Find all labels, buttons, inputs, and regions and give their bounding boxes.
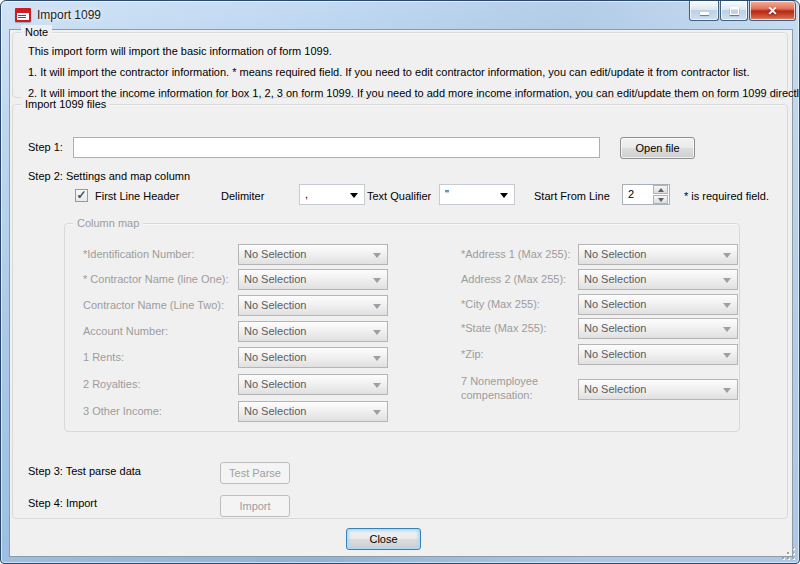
chevron-down-icon <box>373 383 381 388</box>
combo-value: No Selection <box>244 299 306 311</box>
caption-buttons: ✕ <box>689 1 796 21</box>
title-bar[interactable]: Import 1099 ✕ <box>1 1 799 29</box>
royalties-combobox[interactable]: No Selection <box>238 374 388 395</box>
maximize-icon <box>730 7 739 15</box>
delimiter-combobox[interactable]: , <box>299 184 365 205</box>
note-line-2: 1. It will import the contractor informa… <box>28 66 749 79</box>
note-groupbox: Note This import form will import the ba… <box>12 32 788 98</box>
close-icon: ✕ <box>767 5 777 17</box>
contractor-name-one-combobox[interactable]: No Selection <box>238 269 388 290</box>
combo-value: No Selection <box>244 378 306 390</box>
chevron-down-icon <box>500 193 508 198</box>
import-files-groupbox: Import 1099 files Step 1: Open file Step… <box>12 104 788 519</box>
text-qualifier-value: " <box>445 188 449 200</box>
resize-grip[interactable] <box>782 547 795 560</box>
chevron-down-icon <box>723 303 731 308</box>
close-window-button[interactable]: ✕ <box>749 1 796 21</box>
chevron-down-icon <box>373 253 381 258</box>
field-label: *State (Max 255): <box>461 322 547 335</box>
note-line-3: 2. It will import the income information… <box>28 87 800 100</box>
field-label: Address 2 (Max 255): <box>461 273 566 286</box>
chevron-down-icon <box>723 353 731 358</box>
stepper-up-button[interactable] <box>653 185 668 194</box>
field-label: 2 Royalties: <box>83 378 140 391</box>
column-map-title: Column map <box>73 216 143 230</box>
close-button[interactable]: Close <box>346 528 421 550</box>
note-line-1: This import form will import the basic i… <box>28 45 332 58</box>
account-number-combobox[interactable]: No Selection <box>238 321 388 342</box>
combo-value: No Selection <box>584 383 646 395</box>
city-combobox[interactable]: No Selection <box>578 294 738 315</box>
import-1099-dialog: Import 1099 ✕ Note This import form will… <box>0 0 800 564</box>
column-map-groupbox: Column map *Identification Number: No Se… <box>64 223 740 432</box>
step3-label: Step 3: Test parse data <box>28 465 141 478</box>
nonemployee-compensation-combobox[interactable]: No Selection <box>578 379 738 400</box>
field-label: Contractor Name (Line Two): <box>83 299 224 312</box>
combo-value: No Selection <box>244 273 306 285</box>
import-group-title: Import 1099 files <box>21 97 110 111</box>
identification-number-combobox[interactable]: No Selection <box>238 244 388 265</box>
chevron-down-icon <box>723 278 731 283</box>
field-label: *Address 1 (Max 255): <box>461 248 570 261</box>
step4-label: Step 4: Import <box>28 497 97 510</box>
window-title: Import 1099 <box>37 8 101 22</box>
combo-value: No Selection <box>584 322 646 334</box>
state-combobox[interactable]: No Selection <box>578 318 738 339</box>
address1-combobox[interactable]: No Selection <box>578 244 738 265</box>
start-from-line-value: 2 <box>628 188 634 200</box>
chevron-down-icon <box>723 327 731 332</box>
text-qualifier-label: Text Qualifier <box>367 190 431 203</box>
delimiter-value: , <box>305 188 308 200</box>
chevron-down-icon <box>723 253 731 258</box>
chevron-down-icon <box>350 193 358 198</box>
maximize-button[interactable] <box>720 1 748 21</box>
field-label: 7 Nonemployee compensation: <box>461 374 573 402</box>
contractor-name-two-combobox[interactable]: No Selection <box>238 295 388 316</box>
combo-value: No Selection <box>244 248 306 260</box>
minimize-button[interactable] <box>689 1 719 21</box>
chevron-down-icon <box>373 410 381 415</box>
combo-value: No Selection <box>244 351 306 363</box>
combo-value: No Selection <box>584 298 646 310</box>
field-label: *Zip: <box>461 348 484 361</box>
chevron-down-icon <box>373 356 381 361</box>
start-from-line-stepper[interactable]: 2 <box>622 184 670 205</box>
text-qualifier-combobox[interactable]: " <box>439 184 515 205</box>
delimiter-label: Delimiter <box>221 190 264 203</box>
field-label: 1 Rents: <box>83 351 124 364</box>
file-path-input[interactable] <box>73 137 600 158</box>
zip-combobox[interactable]: No Selection <box>578 344 738 365</box>
field-label: 3 Other Income: <box>83 405 162 418</box>
chevron-down-icon <box>373 330 381 335</box>
start-from-line-label: Start From Line <box>534 190 610 203</box>
chevron-down-icon <box>723 388 731 393</box>
minimize-icon <box>700 12 709 15</box>
first-line-header-label: First Line Header <box>95 190 179 203</box>
note-group-title: Note <box>21 25 52 39</box>
combo-value: No Selection <box>244 325 306 337</box>
test-parse-button[interactable]: Test Parse <box>220 462 290 484</box>
step2-label: Step 2: Settings and map column <box>28 170 190 183</box>
chevron-down-icon <box>373 278 381 283</box>
field-label: *City (Max 255): <box>461 298 540 311</box>
other-income-combobox[interactable]: No Selection <box>238 401 388 422</box>
arrow-down-icon <box>658 198 664 202</box>
app-form-icon <box>15 8 31 22</box>
step1-label: Step 1: <box>28 141 63 154</box>
rents-combobox[interactable]: No Selection <box>238 347 388 368</box>
chevron-down-icon <box>373 304 381 309</box>
combo-value: No Selection <box>584 248 646 260</box>
stepper-down-button[interactable] <box>653 195 668 204</box>
field-label: * Contractor Name (line One): <box>83 273 229 286</box>
field-label: *Identification Number: <box>83 248 194 261</box>
arrow-up-icon <box>658 188 664 192</box>
required-field-note: * is required field. <box>684 190 769 203</box>
open-file-button[interactable]: Open file <box>620 137 695 159</box>
address2-combobox[interactable]: No Selection <box>578 269 738 290</box>
import-button[interactable]: Import <box>220 495 290 517</box>
combo-value: No Selection <box>584 273 646 285</box>
first-line-header-checkbox[interactable]: ✓ <box>75 189 88 202</box>
combo-value: No Selection <box>584 348 646 360</box>
checkbox-check-icon: ✓ <box>76 190 86 200</box>
combo-value: No Selection <box>244 405 306 417</box>
